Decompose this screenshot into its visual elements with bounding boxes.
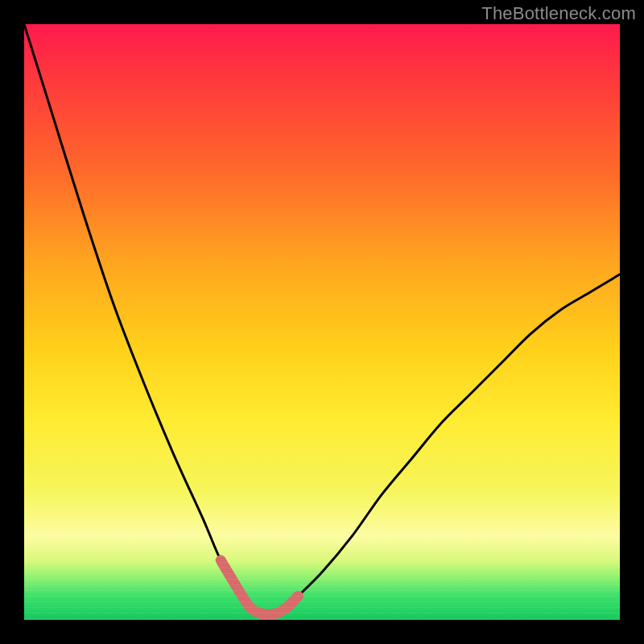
curve-highlight-path: [221, 560, 298, 615]
bottleneck-curve: [24, 24, 620, 620]
watermark-text: TheBottleneck.com: [481, 3, 636, 24]
chart-frame: TheBottleneck.com: [0, 0, 644, 644]
chart-plot-area: [24, 24, 620, 620]
curve-main-path: [24, 24, 620, 615]
